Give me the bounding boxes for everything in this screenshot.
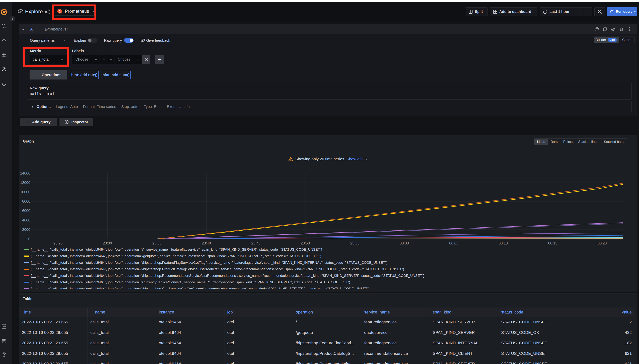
svg-text:10000: 10000 [20, 190, 30, 194]
svg-text:23:25: 23:25 [54, 241, 63, 245]
svg-text:4000: 4000 [22, 218, 30, 222]
svg-text:00:15: 00:15 [548, 241, 558, 245]
svg-text:00:00: 00:00 [400, 241, 409, 245]
svg-text:23:55: 23:55 [350, 241, 360, 245]
svg-text:00:20: 00:20 [598, 241, 607, 245]
svg-text:2000: 2000 [22, 228, 30, 232]
svg-text:23:35: 23:35 [152, 241, 162, 245]
svg-text:6000: 6000 [22, 208, 30, 213]
svg-text:23:50: 23:50 [301, 241, 310, 245]
svg-text:00:10: 00:10 [499, 241, 508, 245]
svg-text:0: 0 [28, 237, 30, 241]
svg-text:23:45: 23:45 [252, 241, 260, 245]
svg-text:23:30: 23:30 [103, 241, 112, 245]
svg-text:00:05: 00:05 [449, 241, 458, 245]
svg-text:23:40: 23:40 [202, 241, 211, 245]
svg-text:8000: 8000 [22, 199, 30, 203]
svg-text:12000: 12000 [20, 180, 30, 184]
svg-text:14000: 14000 [20, 171, 30, 175]
